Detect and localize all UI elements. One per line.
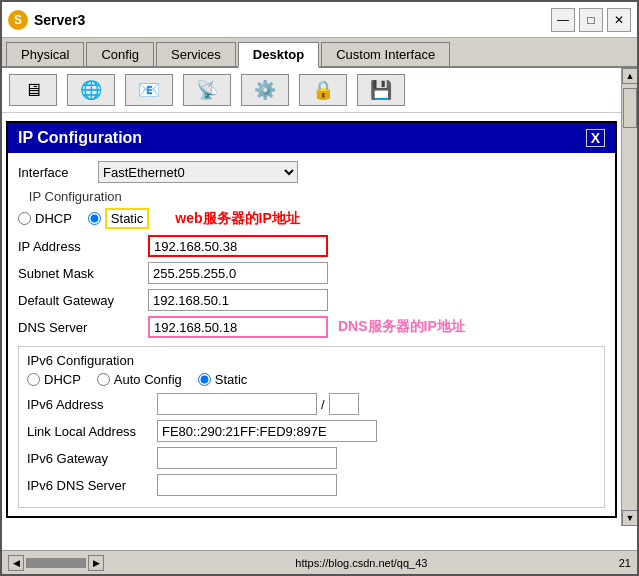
dns-annotation: DNS服务器的IP地址 xyxy=(338,318,465,336)
device-box-7[interactable]: 💾 xyxy=(357,74,405,106)
ipv6-address-input[interactable] xyxy=(157,393,317,415)
device-icon-1[interactable]: 🖥 xyxy=(8,74,58,106)
dns-server-label: DNS Server xyxy=(18,320,148,335)
scrollbar-track xyxy=(26,558,86,568)
default-gateway-input[interactable] xyxy=(148,289,328,311)
ipv6-gateway-input[interactable] xyxy=(157,447,337,469)
static-radio[interactable] xyxy=(88,212,101,225)
ipv6-dhcp-radio[interactable] xyxy=(27,373,40,386)
ipv6-gateway-label: IPv6 Gateway xyxy=(27,451,157,466)
ipv6-auto-item[interactable]: Auto Config xyxy=(97,372,182,387)
scroll-down-button[interactable]: ▼ xyxy=(622,510,637,526)
device-icon-7[interactable]: 💾 xyxy=(356,74,406,106)
ipv6-section: IPv6 Configuration DHCP Auto Config xyxy=(18,346,605,508)
tab-desktop[interactable]: Desktop xyxy=(238,42,319,68)
app-icon: S xyxy=(8,10,28,30)
tab-physical[interactable]: Physical xyxy=(6,42,84,66)
dhcp-radio-item[interactable]: DHCP xyxy=(18,211,72,226)
device-box-2[interactable]: 🌐 xyxy=(67,74,115,106)
device-icon-6[interactable]: 🔒 xyxy=(298,74,348,106)
interface-row: Interface FastEthernet0 xyxy=(18,161,605,183)
static-radio-item[interactable]: Static xyxy=(88,208,150,229)
ipv6-title: IPv6 Configuration xyxy=(27,353,596,368)
window-controls: — □ ✕ xyxy=(551,8,631,32)
ipv6-slash: / xyxy=(321,397,325,412)
dhcp-label: DHCP xyxy=(35,211,72,226)
device-icon-5[interactable]: ⚙️ xyxy=(240,74,290,106)
scroll-right-button[interactable]: ▶ xyxy=(88,555,104,571)
maximize-button[interactable]: □ xyxy=(579,8,603,32)
main-window: S Server3 — □ ✕ Physical Config Services… xyxy=(0,0,639,576)
ipv6-prefix-input[interactable] xyxy=(329,393,359,415)
bottom-bar: ◀ ▶ https://blog.csdn.net/qq_43 21 xyxy=(2,550,637,574)
device-box-6[interactable]: 🔒 xyxy=(299,74,347,106)
dhcp-radio[interactable] xyxy=(18,212,31,225)
ipv6-auto-label: Auto Config xyxy=(114,372,182,387)
scrollbar[interactable]: ▲ ▼ xyxy=(621,68,637,526)
dns-server-input[interactable] xyxy=(148,316,328,338)
scroll-up-button[interactable]: ▲ xyxy=(622,68,637,84)
tab-config[interactable]: Config xyxy=(86,42,154,66)
ipv6-dns-row: IPv6 DNS Server xyxy=(27,474,596,496)
default-gateway-row: Default Gateway xyxy=(18,289,605,311)
ipv6-auto-radio[interactable] xyxy=(97,373,110,386)
tab-custom-interface[interactable]: Custom Interface xyxy=(321,42,450,66)
title-bar: S Server3 — □ ✕ xyxy=(2,2,637,38)
ipv6-static-item[interactable]: Static xyxy=(198,372,248,387)
ip-address-row: IP Address xyxy=(18,235,605,257)
ipv6-dhcp-label: DHCP xyxy=(44,372,81,387)
ip-config-close-button[interactable]: X xyxy=(586,129,605,147)
ipv6-address-row: IPv6 Address / xyxy=(27,393,596,415)
ip-config-title: IP Configuration xyxy=(18,129,142,147)
link-local-input[interactable] xyxy=(157,420,377,442)
window-title: Server3 xyxy=(34,12,551,28)
bottom-nav: ◀ ▶ xyxy=(8,555,104,571)
dhcp-static-row: DHCP Static web服务器的IP地址 xyxy=(18,208,605,229)
subnet-mask-row: Subnet Mask xyxy=(18,262,605,284)
device-box-4[interactable]: 📡 xyxy=(183,74,231,106)
default-gateway-label: Default Gateway xyxy=(18,293,148,308)
tab-services[interactable]: Services xyxy=(156,42,236,66)
ip-config-header: IP Configuration X xyxy=(8,123,615,153)
ip-config-dialog: IP Configuration X Interface FastEtherne… xyxy=(6,121,617,518)
scroll-left-button[interactable]: ◀ xyxy=(8,555,24,571)
static-label: Static xyxy=(105,208,150,229)
link-local-row: Link Local Address xyxy=(27,420,596,442)
device-box-3[interactable]: 📧 xyxy=(125,74,173,106)
interface-select[interactable]: FastEthernet0 xyxy=(98,161,298,183)
content-area: 🖥 🌐 📧 📡 ⚙️ 🔒 💾 xyxy=(2,68,637,550)
ip-address-label: IP Address xyxy=(18,239,148,254)
device-icons-row: 🖥 🌐 📧 📡 ⚙️ 🔒 💾 xyxy=(2,68,621,113)
interface-label: Interface xyxy=(18,165,98,180)
subnet-mask-input[interactable] xyxy=(148,262,328,284)
device-box-5[interactable]: ⚙️ xyxy=(241,74,289,106)
close-button[interactable]: ✕ xyxy=(607,8,631,32)
link-local-label: Link Local Address xyxy=(27,424,157,439)
device-icon-4[interactable]: 📡 xyxy=(182,74,232,106)
device-icon-3[interactable]: 📧 xyxy=(124,74,174,106)
page-number: 21 xyxy=(619,557,631,569)
dns-server-row: DNS Server DNS服务器的IP地址 xyxy=(18,316,605,338)
url-label: https://blog.csdn.net/qq_43 xyxy=(295,557,427,569)
ipv6-dns-input[interactable] xyxy=(157,474,337,496)
ipv6-static-label: Static xyxy=(215,372,248,387)
tab-bar: Physical Config Services Desktop Custom … xyxy=(2,38,637,68)
ipv6-dns-label: IPv6 DNS Server xyxy=(27,478,157,493)
ip-config-body: Interface FastEthernet0 IP Configuration xyxy=(8,153,615,516)
web-annotation: web服务器的IP地址 xyxy=(175,210,299,228)
device-box-1[interactable]: 🖥 xyxy=(9,74,57,106)
ipv6-mode-row: DHCP Auto Config Static xyxy=(27,372,596,387)
ipv6-dhcp-item[interactable]: DHCP xyxy=(27,372,81,387)
ip-address-input[interactable] xyxy=(148,235,328,257)
minimize-button[interactable]: — xyxy=(551,8,575,32)
ipv6-static-radio[interactable] xyxy=(198,373,211,386)
ipv6-gateway-row: IPv6 Gateway xyxy=(27,447,596,469)
scroll-thumb[interactable] xyxy=(623,88,637,128)
ipv6-address-label: IPv6 Address xyxy=(27,397,157,412)
device-icon-2[interactable]: 🌐 xyxy=(66,74,116,106)
ipv4-section-label: IP Configuration xyxy=(18,189,605,204)
subnet-mask-label: Subnet Mask xyxy=(18,266,148,281)
